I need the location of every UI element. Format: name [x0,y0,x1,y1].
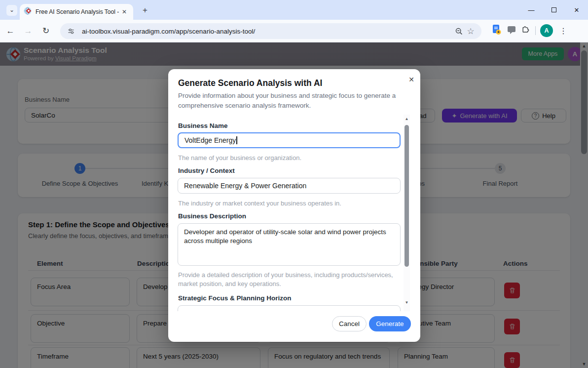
generate-button[interactable]: Generate [369,316,411,331]
browser-window: ⌄ Free AI Scenario Analysis Tool - ✕ + —… [0,0,588,368]
tab-favicon [24,7,32,17]
modal-scroll-down-icon[interactable]: ▼ [404,300,410,305]
modal-industry-helper: The industry or market context your busi… [178,199,401,208]
zoom-icon[interactable] [453,25,465,37]
modal-business-name-helper: The name of your business or organizatio… [178,154,401,163]
modal-industry-label: Industry / Context [178,167,235,174]
window-close-icon[interactable]: ✕ [565,0,588,20]
bookmark-star-icon[interactable]: ☆ [465,25,477,37]
reload-icon[interactable]: ↻ [38,24,53,39]
address-bar[interactable]: ai-toolbox.visual-paradigm.com/app/scena… [60,23,481,39]
modal-description-label: Business Description [178,212,246,220]
text-caret [236,136,237,144]
chat-extension-icon[interactable] [507,25,516,37]
tab-strip: ⌄ Free AI Scenario Analysis Tool - ✕ + —… [0,0,588,20]
modal-scroll-up-icon[interactable]: ▲ [404,117,410,121]
cancel-button[interactable]: Cancel [332,316,367,331]
modal-close-icon[interactable]: ✕ [406,74,417,85]
site-info-icon[interactable] [65,25,77,37]
modal-form: Business Name VoltEdge Energy The name o… [168,115,420,311]
document-extension-icon[interactable] [491,24,502,38]
browser-toolbar: ← → ↻ ai-toolbox.visual-paradigm.com/app… [0,20,588,42]
page-content: Scenario Analysis Tool Powered by Visual… [0,42,588,368]
generate-ai-modal: ✕ Generate Scenario Analysis with AI Pro… [168,69,420,342]
modal-business-name-label: Business Name [178,122,228,129]
modal-strategic-label: Strategic Focus & Planning Horizon [178,294,292,302]
extensions-puzzle-icon[interactable] [521,25,531,37]
modal-subtitle: Provide information about your business … [178,91,406,111]
menu-dots-icon[interactable]: ⋮ [557,26,569,36]
modal-scrollbar-thumb[interactable] [404,125,409,267]
modal-title: Generate Scenario Analysis with AI [178,78,322,88]
minimize-icon[interactable]: — [520,0,543,20]
toolbar-divider [535,26,536,35]
back-icon[interactable]: ← [3,24,18,39]
modal-strategic-input[interactable] [178,305,401,311]
new-tab-icon[interactable]: + [139,5,151,17]
modal-description-textarea[interactable]: Developer and operator of utility-scale … [178,223,401,266]
tab-close-icon[interactable]: ✕ [119,7,129,16]
chevron-down-icon[interactable]: ⌄ [6,5,17,16]
tab-title: Free AI Scenario Analysis Tool - [36,8,119,15]
modal-description-helper: Provide a detailed description of your b… [178,271,401,288]
maximize-icon[interactable] [543,0,565,20]
browser-tab[interactable]: Free AI Scenario Analysis Tool - ✕ [20,4,133,20]
modal-industry-input[interactable] [178,178,401,194]
url-text[interactable]: ai-toolbox.visual-paradigm.com/app/scena… [82,28,453,35]
browser-profile-avatar[interactable]: A [540,24,553,37]
forward-icon[interactable]: → [21,24,36,39]
modal-business-name-input[interactable]: VoltEdge Energy [178,132,401,148]
